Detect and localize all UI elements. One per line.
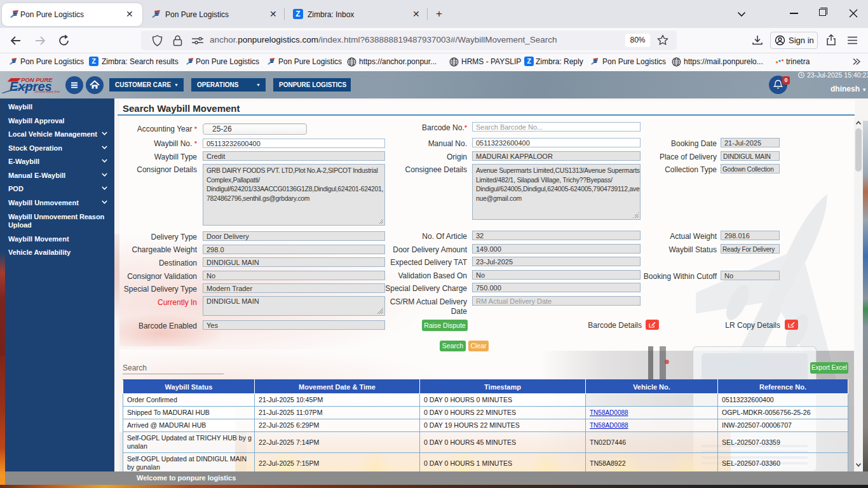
svg-text:On time every time: On time every time <box>34 90 60 93</box>
